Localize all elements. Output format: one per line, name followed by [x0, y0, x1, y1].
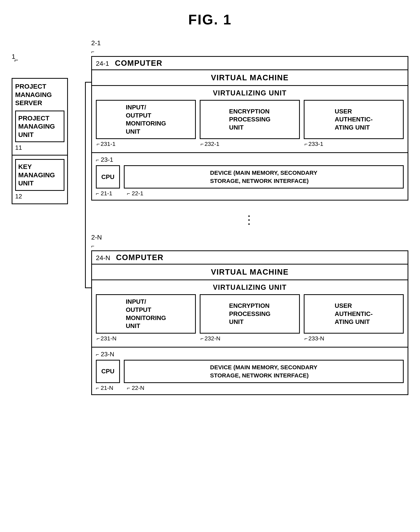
computer-n-virtualizing: VIRTUALIZING UNIT INPUT/OUTPUTMONITORING…: [92, 280, 407, 347]
computer-n-cpu-ref: ⌐ 21-N: [96, 385, 119, 391]
computer-n-cpu-device-labels: ⌐ 21-N ⌐ 22-N: [96, 385, 404, 391]
computer-1-device-box: DEVICE (MAIN MEMORY, SECONDARYSTORAGE, N…: [124, 165, 404, 188]
computer-n-unit2-ref: ⌐232-N: [200, 335, 300, 342]
computer-1-device-text: DEVICE (MAIN MEMORY, SECONDARYSTORAGE, N…: [210, 169, 317, 185]
computer-1-unit1-text: INPUT/OUTPUTMONITORINGUNIT: [126, 103, 166, 136]
computer-1-unit2-text: ENCRYPTIONPROCESSINGUNIT: [229, 107, 270, 132]
computer-1-cpu-device-row: CPU DEVICE (MAIN MEMORY, SECONDARYSTORAG…: [96, 165, 404, 188]
server-title-label: PROJECTMANAGINGSERVER: [15, 82, 64, 107]
computer-n-cpu-device: ⌐ 23-N CPU DEVICE (MAIN MEMORY, SECONDAR…: [92, 347, 407, 394]
computer-n-vm: VIRTUAL MACHINE: [92, 265, 407, 280]
computer-n-unit1-ref: ⌐231-N: [96, 335, 196, 342]
computer-1-unit2-ref: ⌐232-1: [200, 141, 300, 147]
computer-n-units-row: INPUT/OUTPUTMONITORINGUNIT ENCRYPTIONPRO…: [96, 294, 404, 333]
unit2-ref: 12: [15, 193, 64, 200]
computer-1-cpu-box: CPU: [96, 165, 120, 188]
computer-1-vm: VIRTUAL MACHINE: [92, 70, 407, 86]
computer-n-device-ref: ⌐ 22-N: [127, 385, 144, 391]
computer-n-device-box: DEVICE (MAIN MEMORY, SECONDARYSTORAGE, N…: [124, 360, 404, 383]
computer-n-cpu-device-ref: ⌐ 23-N: [96, 351, 404, 358]
project-managing-unit-label: PROJECTMANAGINGUNIT: [18, 114, 61, 139]
key-managing-unit-label: KEYMANAGINGUNIT: [18, 162, 61, 187]
computer-1-virtualizing: VIRTUALIZING UNIT INPUT/OUTPUTMONITORING…: [92, 86, 407, 153]
computer-n-cpu-box: CPU: [96, 360, 120, 383]
key-managing-unit-box: KEYMANAGINGUNIT: [15, 159, 64, 191]
computer-1-units-labels: ⌐231-1 ⌐232-1 ⌐233-1: [96, 141, 404, 149]
computer-n-inner-ref: 24-N: [96, 254, 110, 262]
computer-n-virtualizing-title: VIRTUALIZING UNIT: [96, 283, 404, 291]
computer-n-unit1-box: INPUT/OUTPUTMONITORINGUNIT: [96, 294, 196, 333]
v-connector-line: [85, 82, 86, 288]
computer-1-cpu-device: ⌐ 23-1 CPU DEVICE (MAIN MEMORY, SECONDAR…: [92, 153, 407, 200]
computer-1-unit1-ref: ⌐231-1: [96, 141, 196, 147]
computer-1-box: 24-1 COMPUTER VIRTUAL MACHINE VIRTUALIZI…: [91, 56, 408, 201]
computer-1-cpu-device-labels: ⌐ 21-1 ⌐ 22-1: [96, 190, 404, 197]
computer-n-unit2-box: ENCRYPTIONPROCESSINGUNIT: [200, 294, 300, 333]
computer-1-title: COMPUTER: [115, 59, 163, 68]
project-managing-unit-box: PROJECTMANAGINGUNIT: [15, 111, 64, 142]
computer-n-device-text: DEVICE (MAIN MEMORY, SECONDARYSTORAGE, N…: [210, 363, 317, 380]
computer-n-unit3-box: USERAUTHENTIC-ATING UNIT: [304, 294, 404, 333]
computer-n-outer-ref: 2-N: [91, 233, 408, 241]
computer-1-device-ref: ⌐ 22-1: [127, 190, 143, 197]
computer-1-unit3-text: USERAUTHENTIC-ATING UNIT: [335, 107, 373, 132]
computer-1-units-row: INPUT/OUTPUTMONITORINGUNIT ENCRYPTIONPRO…: [96, 100, 404, 139]
computers-area: 2-1 ⌐ 24-1 COMPUTER VIRTUAL MACHINE VIRT…: [91, 39, 408, 405]
computer-n-cpu-device-row: CPU DEVICE (MAIN MEMORY, SECONDARYSTORAG…: [96, 360, 404, 383]
computer-n-unit1-text: INPUT/OUTPUTMONITORINGUNIT: [126, 298, 166, 330]
computer-1-unit3-box: USERAUTHENTIC-ATING UNIT: [304, 100, 404, 139]
server-box: PROJECTMANAGINGSERVER PROJECTMANAGINGUNI…: [12, 78, 68, 204]
computer-1-vm-title: VIRTUAL MACHINE: [211, 73, 289, 82]
computer-1-cpu-device-ref: ⌐ 23-1: [96, 156, 404, 163]
computer-1-unit2-box: ENCRYPTIONPROCESSINGUNIT: [200, 100, 300, 139]
computer-n-unit2-text: ENCRYPTIONPROCESSINGUNIT: [229, 302, 270, 326]
server-top-section: PROJECTMANAGINGSERVER PROJECTMANAGINGUNI…: [13, 79, 67, 156]
computer-n-vm-title: VIRTUAL MACHINE: [211, 268, 289, 276]
computer-1-unit3-ref: ⌐233-1: [304, 141, 404, 147]
main-layout: 1 ⌐ PROJECTMANAGINGSERVER PROJECTMANAGIN…: [12, 39, 408, 405]
computer-n-units-labels: ⌐231-N ⌐232-N ⌐233-N: [96, 335, 404, 344]
page: FIG. 1 1 ⌐ PROJECTMANAGINGSERVER PROJECT…: [0, 0, 420, 532]
computer-1-unit1-box: INPUT/OUTPUTMONITORINGUNIT: [96, 100, 196, 139]
computer-1-outer-ref: 2-1: [91, 39, 408, 47]
computer-1-inner-ref: 24-1: [96, 60, 109, 67]
computer-1-virtualizing-title: VIRTUALIZING UNIT: [96, 89, 404, 97]
computer-n-unit3-ref: ⌐233-N: [304, 335, 404, 342]
h-connector-top: [85, 82, 91, 83]
computer-n-header: 24-N COMPUTER: [92, 251, 407, 265]
h-connector-bottom: [85, 288, 91, 288]
computer-1-header: 24-1 COMPUTER: [92, 57, 407, 70]
computer-n-title: COMPUTER: [116, 253, 164, 262]
computer-n-box: 24-N COMPUTER VIRTUAL MACHINE VIRTUALIZI…: [91, 250, 408, 395]
computer-n-outer: 2-N ⌐ 24-N COMPUTER VIRTUAL MACHINE VIRT…: [91, 233, 408, 395]
computer-n-unit3-text: USERAUTHENTIC-ATING UNIT: [335, 302, 373, 326]
dots-separator: ⋮: [91, 214, 408, 226]
unit1-ref: 11: [15, 144, 64, 151]
server-bottom-section: KEYMANAGINGUNIT 12: [13, 156, 67, 203]
figure-title: FIG. 1: [12, 12, 408, 28]
computer-1-cpu-ref: ⌐ 21-1: [96, 190, 119, 197]
computer-1-outer: 2-1 ⌐ 24-1 COMPUTER VIRTUAL MACHINE VIRT…: [91, 39, 408, 201]
